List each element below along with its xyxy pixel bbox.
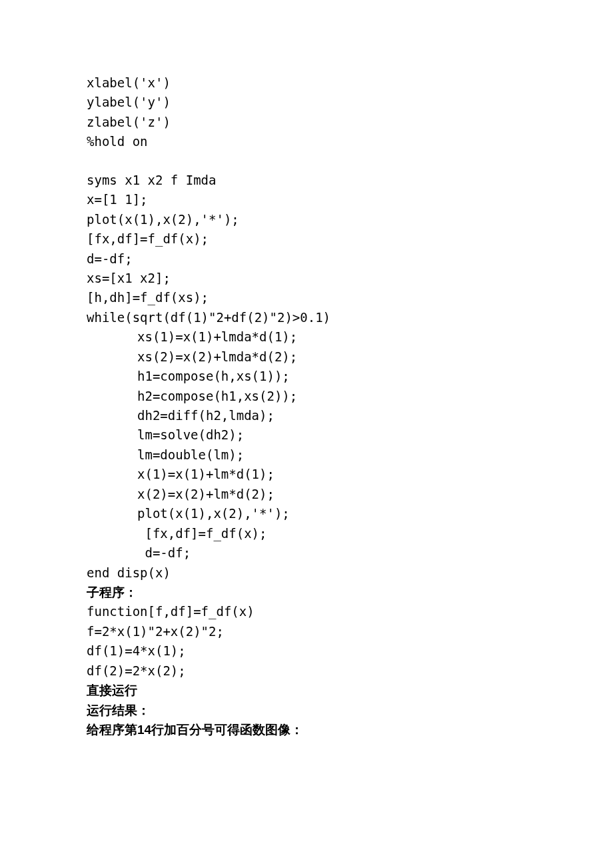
code-line: xs(2)=x(2)+lmda*d(2); (87, 347, 526, 367)
heading-run-result: 运行结果： (87, 701, 526, 720)
code-line: end disp(x) (87, 563, 526, 583)
code-line: [fx,df]=f_df(x); (87, 229, 526, 249)
code-line: x(1)=x(1)+lm*d(1); (87, 465, 526, 484)
heading-note: 给程序第14行加百分号可得函数图像： (87, 720, 526, 739)
code-line: syms x1 x2 f Imda (87, 171, 526, 190)
code-line: plot(x(1),x(2),'*'); (87, 504, 526, 523)
document-page: xlabel('x') ylabel('y') zlabel('z') %hol… (0, 0, 613, 806)
code-line: lm=solve(dh2); (87, 425, 526, 445)
code-line: zlabel('z') (87, 113, 526, 132)
code-line: d=-df; (87, 543, 526, 563)
heading-subroutine: 子程序： (87, 583, 526, 602)
code-line: xs=[x1 x2]; (87, 269, 526, 288)
heading-direct-run: 直接运行 (87, 681, 526, 700)
code-line: xlabel('x') (87, 73, 526, 93)
code-line: while(sqrt(df(1)"2+df(2)"2)>0.1) (87, 308, 526, 327)
code-line: lm=double(lm); (87, 445, 526, 465)
code-line: xs(1)=x(1)+lmda*d(1); (87, 327, 526, 347)
code-line: plot(x(1),x(2),'*'); (87, 210, 526, 229)
code-line: function[f,df]=f_df(x) (87, 602, 526, 621)
code-line: dh2=diff(h2,lmda); (87, 406, 526, 425)
code-line: f=2*x(1)"2+x(2)"2; (87, 622, 526, 641)
code-line: x(2)=x(2)+lm*d(2); (87, 485, 526, 504)
code-line: ylabel('y') (87, 93, 526, 112)
blank-line (87, 152, 526, 171)
code-line: [fx,df]=f_df(x); (87, 524, 526, 543)
code-line: d=-df; (87, 249, 526, 269)
code-line: %hold on (87, 132, 526, 151)
code-line: df(1)=4*x(1); (87, 641, 526, 661)
code-line: [h,dh]=f_df(xs); (87, 288, 526, 307)
code-line: x=[1 1]; (87, 190, 526, 209)
code-line: df(2)=2*x(2); (87, 661, 526, 681)
code-line: h2=compose(h1,xs(2)); (87, 387, 526, 406)
code-line: h1=compose(h,xs(1)); (87, 367, 526, 386)
